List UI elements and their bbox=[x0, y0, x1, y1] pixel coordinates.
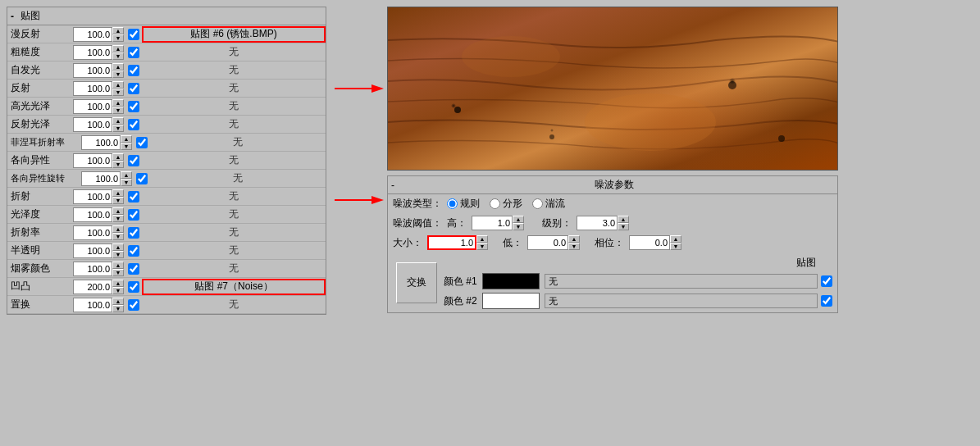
spin-down-hilight[interactable]: ▼ bbox=[112, 107, 124, 114]
map-button-bump[interactable]: 贴图 #7（Noise） bbox=[142, 279, 326, 295]
spinbox-gloss[interactable]: ▲ ▼ bbox=[73, 207, 124, 222]
input-translucent[interactable] bbox=[73, 243, 112, 258]
spin-down-reflgloss[interactable]: ▼ bbox=[112, 125, 124, 132]
input-noise-phase[interactable] bbox=[629, 235, 670, 250]
spin-down-refract[interactable]: ▼ bbox=[112, 197, 124, 204]
spin-down-fogcolor[interactable]: ▼ bbox=[112, 269, 124, 276]
check-fresnel[interactable] bbox=[136, 137, 148, 148]
spin-down-fresnel[interactable]: ▼ bbox=[121, 143, 132, 150]
spin-down-reflect[interactable]: ▼ bbox=[112, 89, 124, 96]
spinbox-fresnel[interactable]: ▲ ▼ bbox=[81, 135, 132, 150]
check-displace[interactable] bbox=[128, 299, 139, 311]
exchange-button[interactable]: 交换 bbox=[396, 262, 437, 303]
collapse-button[interactable]: - bbox=[11, 11, 14, 22]
spinbox-ior[interactable]: ▲ ▼ bbox=[73, 225, 124, 240]
radio-turbulence[interactable]: 湍流 bbox=[532, 197, 565, 211]
spin-up-translucent[interactable]: ▲ bbox=[112, 243, 124, 251]
spinbox-noise-low[interactable]: ▲ ▼ bbox=[527, 235, 580, 250]
spin-up-reflect[interactable]: ▲ bbox=[112, 81, 124, 89]
spin-down-noise-low[interactable]: ▼ bbox=[568, 243, 580, 250]
spin-down-translucent[interactable]: ▼ bbox=[112, 251, 124, 258]
spin-down-aniso-rot[interactable]: ▼ bbox=[121, 179, 132, 186]
radio-fractal-input[interactable] bbox=[490, 198, 500, 209]
spinbox-noise-level[interactable]: ▲ ▼ bbox=[577, 216, 629, 230]
spin-up-displace[interactable]: ▲ bbox=[112, 298, 124, 305]
check-refract[interactable] bbox=[128, 191, 139, 203]
spinbox-bump[interactable]: ▲ ▼ bbox=[73, 280, 124, 294]
spin-up-bump[interactable]: ▲ bbox=[112, 280, 124, 287]
color2-check[interactable] bbox=[821, 295, 832, 307]
spinbox-roughness[interactable]: ▲ ▼ bbox=[73, 45, 124, 60]
spin-down-displace[interactable]: ▼ bbox=[112, 305, 124, 312]
spinbox-noise-size[interactable]: ▲ ▼ bbox=[427, 235, 488, 250]
check-gloss[interactable] bbox=[128, 209, 139, 221]
color1-swatch[interactable] bbox=[482, 273, 540, 289]
check-fogcolor[interactable] bbox=[128, 263, 139, 275]
spinbox-reflect[interactable]: ▲ ▼ bbox=[73, 81, 124, 96]
spin-down-roughness[interactable]: ▼ bbox=[112, 52, 124, 60]
spinbox-noise-high[interactable]: ▲ ▼ bbox=[472, 216, 524, 230]
spin-up-diffuse[interactable]: ▲ bbox=[112, 27, 124, 34]
spinbox-hilight[interactable]: ▲ ▼ bbox=[73, 99, 124, 114]
spin-down-aniso[interactable]: ▼ bbox=[112, 161, 124, 168]
check-selfillum[interactable] bbox=[128, 65, 139, 76]
input-fresnel[interactable] bbox=[81, 135, 121, 150]
input-noise-low[interactable] bbox=[527, 235, 568, 250]
spinbox-noise-phase[interactable]: ▲ ▼ bbox=[629, 235, 681, 250]
spin-down-ior[interactable]: ▼ bbox=[112, 233, 124, 240]
spin-up-noise-low[interactable]: ▲ bbox=[568, 235, 580, 243]
spinbox-displace[interactable]: ▲ ▼ bbox=[73, 298, 124, 312]
check-roughness[interactable] bbox=[128, 47, 139, 58]
spin-up-noise-level[interactable]: ▲ bbox=[618, 216, 629, 223]
spin-up-roughness[interactable]: ▲ bbox=[112, 45, 124, 52]
check-reflgloss[interactable] bbox=[128, 119, 139, 130]
spin-down-selfillum[interactable]: ▼ bbox=[112, 71, 124, 78]
radio-fractal[interactable]: 分形 bbox=[490, 197, 522, 211]
spinbox-aniso[interactable]: ▲ ▼ bbox=[73, 153, 124, 168]
spinbox-fogcolor[interactable]: ▲ ▼ bbox=[73, 262, 124, 276]
input-fogcolor[interactable] bbox=[73, 262, 112, 276]
color1-check[interactable] bbox=[821, 275, 832, 287]
spin-up-hilight[interactable]: ▲ bbox=[112, 99, 124, 107]
input-aniso-rot[interactable] bbox=[81, 171, 121, 186]
input-displace[interactable] bbox=[73, 298, 112, 312]
input-reflect[interactable] bbox=[73, 81, 112, 96]
check-ior[interactable] bbox=[128, 227, 139, 239]
spinbox-refract[interactable]: ▲ ▼ bbox=[73, 189, 124, 204]
spin-up-reflgloss[interactable]: ▲ bbox=[112, 117, 124, 125]
input-gloss[interactable] bbox=[73, 207, 112, 222]
check-diffuse[interactable] bbox=[128, 29, 139, 40]
spin-down-bump[interactable]: ▼ bbox=[112, 287, 124, 294]
spin-down-diffuse[interactable]: ▼ bbox=[112, 34, 124, 42]
input-bump[interactable] bbox=[73, 280, 112, 294]
check-aniso[interactable] bbox=[128, 155, 139, 166]
spin-up-gloss[interactable]: ▲ bbox=[112, 207, 124, 215]
map-button-diffuse[interactable]: 贴图 #6 (锈蚀.BMP) bbox=[142, 26, 326, 43]
spinbox-diffuse[interactable]: ▲ ▼ bbox=[73, 27, 124, 42]
input-noise-size[interactable] bbox=[427, 235, 476, 250]
input-selfillum[interactable] bbox=[73, 63, 112, 78]
input-ior[interactable] bbox=[73, 225, 112, 240]
input-hilight[interactable] bbox=[73, 99, 112, 114]
input-reflgloss[interactable] bbox=[73, 117, 112, 132]
spin-up-fresnel[interactable]: ▲ bbox=[121, 135, 132, 143]
spin-up-noise-size[interactable]: ▲ bbox=[476, 235, 488, 243]
input-refract[interactable] bbox=[73, 189, 112, 204]
radio-regular[interactable]: 规则 bbox=[447, 197, 480, 211]
spinbox-reflgloss[interactable]: ▲ ▼ bbox=[73, 117, 124, 132]
input-noise-high[interactable] bbox=[472, 216, 513, 230]
radio-turbulence-input[interactable] bbox=[532, 198, 543, 209]
spin-up-aniso[interactable]: ▲ bbox=[112, 153, 124, 161]
spin-down-gloss[interactable]: ▼ bbox=[112, 215, 124, 222]
spinbox-aniso-rot[interactable]: ▲ ▼ bbox=[81, 171, 132, 186]
input-diffuse[interactable] bbox=[73, 27, 112, 42]
input-roughness[interactable] bbox=[73, 45, 112, 60]
spin-up-noise-high[interactable]: ▲ bbox=[513, 216, 524, 223]
radio-regular-input[interactable] bbox=[447, 198, 458, 209]
spin-down-noise-phase[interactable]: ▼ bbox=[670, 243, 681, 250]
input-noise-level[interactable] bbox=[577, 216, 618, 230]
spinbox-translucent[interactable]: ▲ ▼ bbox=[73, 243, 124, 258]
spin-down-noise-high[interactable]: ▼ bbox=[513, 223, 524, 230]
check-reflect[interactable] bbox=[128, 83, 139, 94]
spin-up-refract[interactable]: ▲ bbox=[112, 189, 124, 197]
